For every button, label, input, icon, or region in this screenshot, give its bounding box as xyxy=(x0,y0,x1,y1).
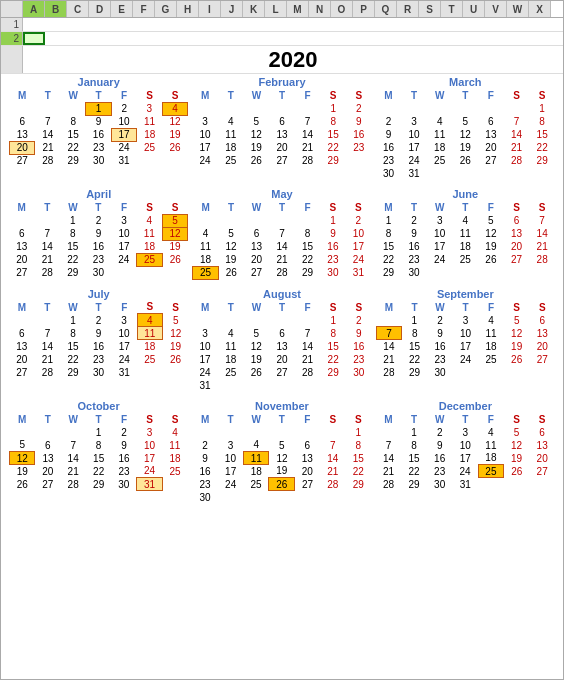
day-cell: 16 xyxy=(86,128,111,141)
day-cell xyxy=(427,102,453,115)
day-cell xyxy=(111,266,137,279)
day-cell: 24 xyxy=(192,366,218,379)
day-cell: 10 xyxy=(346,227,372,240)
day-cell: 31 xyxy=(111,154,136,167)
day-cell: 15 xyxy=(60,128,85,141)
day-cell xyxy=(504,102,530,115)
day-cell xyxy=(295,314,321,327)
day-cell: 30 xyxy=(376,167,402,180)
day-cell: 22 xyxy=(295,253,320,266)
cal-table-january: MTWTFSS123467891011121314151617181920212… xyxy=(9,89,188,167)
day-cell: 8 xyxy=(346,439,372,452)
day-cell: 9 xyxy=(346,115,372,128)
day-cell: 16 xyxy=(346,128,372,141)
day-cell: 2 xyxy=(401,214,427,227)
day-cell: 27 xyxy=(269,366,295,379)
day-cell: 4 xyxy=(478,314,504,327)
day-cell: 28 xyxy=(60,478,85,491)
day-cell: 13 xyxy=(478,128,504,141)
day-cell: 23 xyxy=(86,353,112,366)
col-header-B: B xyxy=(45,1,67,17)
day-cell: 26 xyxy=(452,154,478,167)
day-cell xyxy=(137,366,163,379)
day-cell: 13 xyxy=(529,327,555,340)
day-cell: 10 xyxy=(401,128,427,141)
cal-table-september: MTWTFSS123456789101112131415161718192021… xyxy=(376,301,555,379)
day-cell: 25 xyxy=(137,353,163,366)
day-cell: 18 xyxy=(137,128,162,141)
day-cell: 24 xyxy=(401,154,427,167)
day-cell: 7 xyxy=(35,327,61,340)
day-cell xyxy=(295,491,321,504)
day-cell: 8 xyxy=(529,115,555,128)
day-cell: 15 xyxy=(402,340,428,353)
day-cell: 16 xyxy=(86,240,112,253)
day-cell: 19 xyxy=(478,240,504,253)
cal-table-november: MTWTFSS123456789101112131415161718192021… xyxy=(192,413,371,504)
day-cell: 30 xyxy=(192,491,218,504)
day-cell: 5 xyxy=(478,214,504,227)
col-header-T: T xyxy=(441,1,463,17)
day-cell: 15 xyxy=(60,240,86,253)
day-cell: 26 xyxy=(478,253,504,266)
day-cell: 14 xyxy=(269,240,294,253)
day-cell xyxy=(35,102,60,115)
day-cell: 20 xyxy=(295,465,321,478)
day-cell: 24 xyxy=(111,253,137,266)
day-cell xyxy=(35,426,60,439)
day-cell: 21 xyxy=(35,141,60,154)
day-cell: 23 xyxy=(192,478,218,491)
day-cell xyxy=(269,491,295,504)
day-cell: 6 xyxy=(504,214,530,227)
day-cell xyxy=(504,167,530,180)
day-cell: 25 xyxy=(218,154,244,167)
day-cell: 23 xyxy=(427,465,453,478)
day-cell: 13 xyxy=(269,340,295,353)
day-cell: 3 xyxy=(427,214,453,227)
day-cell: 29 xyxy=(402,366,428,379)
day-cell: 26 xyxy=(244,154,270,167)
col-header-G: G xyxy=(155,1,177,17)
day-cell: 1 xyxy=(60,214,86,227)
day-cell: 29 xyxy=(401,478,427,491)
day-cell: 11 xyxy=(218,340,244,353)
day-cell: 24 xyxy=(453,353,479,366)
day-cell: 16 xyxy=(427,452,453,465)
col-header-K: K xyxy=(243,1,265,17)
day-cell: 13 xyxy=(9,340,35,353)
day-cell: 21 xyxy=(529,240,555,253)
day-cell xyxy=(346,154,372,167)
day-cell xyxy=(9,314,35,327)
day-cell: 21 xyxy=(35,353,61,366)
day-cell: 4 xyxy=(427,115,453,128)
day-cell: 6 xyxy=(269,115,295,128)
day-cell: 27 xyxy=(9,266,35,279)
day-cell: 19 xyxy=(244,141,270,154)
day-cell: 26 xyxy=(504,465,530,478)
day-cell: 2 xyxy=(346,214,372,227)
cal-table-april: MTWTFSS123456789101112131415161718192021… xyxy=(9,201,188,279)
day-cell: 25 xyxy=(162,465,188,478)
cal-table-july: MTWTFSS123456789101112131415161718192021… xyxy=(9,301,188,379)
day-cell: 16 xyxy=(320,240,345,253)
day-cell: 28 xyxy=(35,154,60,167)
day-cell xyxy=(478,478,504,491)
day-cell: 18 xyxy=(243,465,269,478)
day-cell: 30 xyxy=(427,478,453,491)
day-cell: 29 xyxy=(346,478,372,491)
day-cell xyxy=(504,266,530,279)
cal-table-december: MTWTFSS123456789101112131415161718192021… xyxy=(376,413,555,491)
day-cell: 9 xyxy=(111,439,136,452)
day-cell: 21 xyxy=(504,141,530,154)
day-cell: 7 xyxy=(60,439,85,452)
day-cell: 15 xyxy=(320,128,346,141)
day-cell: 12 xyxy=(244,340,270,353)
month-april: AprilMTWTFSS1234567891011121314151617181… xyxy=(7,188,190,280)
col-header-I: I xyxy=(199,1,221,17)
day-cell: 13 xyxy=(10,128,35,141)
day-cell: 30 xyxy=(346,366,372,379)
day-cell: 29 xyxy=(60,366,86,379)
day-cell: 28 xyxy=(269,266,294,279)
day-cell: 12 xyxy=(269,452,295,465)
day-cell: 17 xyxy=(111,128,136,141)
